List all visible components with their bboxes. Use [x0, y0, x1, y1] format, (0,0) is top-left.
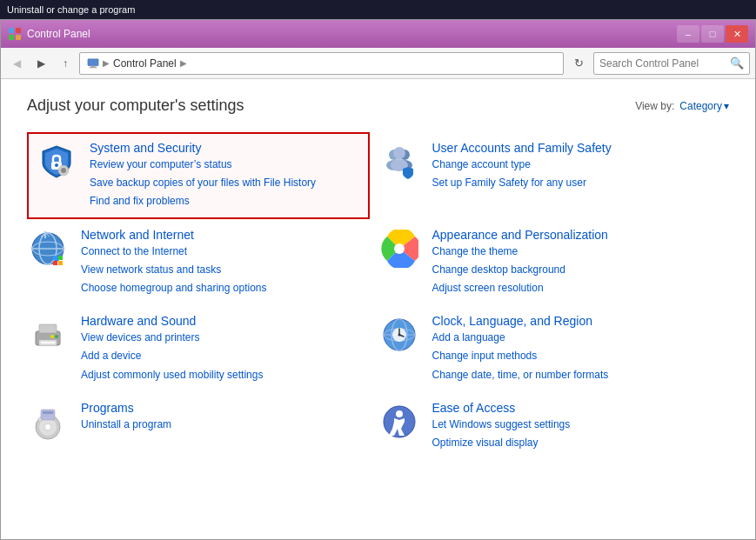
ease-access-icon — [378, 401, 420, 443]
svg-rect-2 — [9, 35, 14, 40]
title-bar-title: Control Panel — [27, 28, 90, 40]
network-icon — [27, 228, 69, 270]
svg-point-46 — [46, 425, 50, 429]
category-network: Network and Internet Connect to the Inte… — [27, 219, 378, 306]
close-button[interactable]: ✕ — [726, 25, 748, 43]
svg-point-28 — [394, 243, 405, 254]
svg-point-8 — [55, 163, 58, 167]
category-appearance: Appearance and Personalization Change th… — [378, 219, 730, 306]
window-icon — [8, 27, 22, 41]
search-box[interactable]: 🔍 — [593, 52, 750, 75]
svg-rect-30 — [39, 324, 57, 333]
svg-point-33 — [55, 335, 58, 338]
viewby-value: Category — [679, 100, 722, 112]
svg-point-34 — [50, 335, 54, 338]
hardware-link-1[interactable]: Add a device — [81, 348, 263, 364]
search-button[interactable]: 🔍 — [730, 57, 744, 70]
programs-icon — [27, 401, 69, 443]
search-input[interactable] — [599, 57, 730, 70]
system-security-link-1[interactable]: Save backup copies of your files with Fi… — [90, 175, 316, 191]
user-accounts-link-1[interactable]: Set up Family Safety for any user — [432, 175, 612, 191]
refresh-button[interactable]: ↻ — [567, 52, 590, 75]
appearance-link-1[interactable]: Change desktop background — [432, 262, 608, 278]
control-panel-window: Control Panel – □ ✕ ◀ ▶ ↑ ▶ Control Pane… — [0, 19, 756, 540]
maximize-button[interactable]: □ — [701, 25, 724, 43]
categories-grid: System and Security Review your computer… — [27, 132, 729, 460]
address-bar: ◀ ▶ ↑ ▶ Control Panel ▶ ↻ 🔍 — [1, 48, 755, 79]
user-accounts-link-0[interactable]: Change account type — [432, 157, 612, 173]
path-arrow-2: ▶ — [180, 58, 187, 68]
hardware-link-2[interactable]: Adjust commonly used mobility settings — [81, 367, 263, 383]
svg-rect-3 — [16, 35, 21, 40]
svg-rect-0 — [9, 28, 14, 33]
ease-access-link-1[interactable]: Optimize visual display — [432, 435, 571, 451]
hardware-name[interactable]: Hardware and Sound — [81, 314, 263, 328]
category-hardware: Hardware and Sound View devices and prin… — [27, 305, 378, 392]
page-title: Adjust your computer's settings — [27, 97, 244, 115]
clock-text: Clock, Language, and Region Add a langua… — [432, 314, 609, 383]
appearance-icon — [378, 228, 420, 270]
svg-rect-21 — [44, 231, 46, 238]
minimize-button[interactable]: – — [677, 25, 699, 43]
main-content: Adjust your computer's settings View by:… — [1, 79, 755, 539]
category-programs: Programs Uninstall a program — [27, 392, 378, 460]
viewby-label: View by: — [635, 100, 674, 112]
ease-access-name[interactable]: Ease of Access — [432, 401, 571, 415]
appearance-name[interactable]: Appearance and Personalization — [432, 228, 608, 242]
network-link-2[interactable]: Choose homegroup and sharing options — [81, 280, 266, 297]
ease-access-link-0[interactable]: Let Windows suggest settings — [432, 417, 571, 433]
category-clock: Clock, Language, and Region Add a langua… — [378, 305, 730, 392]
system-security-link-0[interactable]: Review your computer’s status — [90, 157, 316, 173]
appearance-text: Appearance and Personalization Change th… — [432, 228, 608, 297]
svg-rect-24 — [53, 256, 57, 260]
network-name[interactable]: Network and Internet — [81, 228, 266, 242]
path-segment: Control Panel — [113, 57, 177, 70]
category-user-accounts: User Accounts and Family Safety Change a… — [378, 132, 730, 219]
user-accounts-name[interactable]: User Accounts and Family Safety — [432, 141, 612, 155]
system-security-link-2[interactable]: Find and fix problems — [90, 193, 316, 210]
header-row: Adjust your computer's settings View by:… — [27, 97, 729, 115]
svg-rect-27 — [58, 261, 63, 265]
network-link-1[interactable]: View network status and tasks — [81, 262, 266, 278]
svg-rect-48 — [43, 411, 53, 414]
category-ease-access: Ease of Access Let Windows suggest setti… — [378, 392, 730, 460]
system-security-text: System and Security Review your computer… — [90, 141, 316, 210]
programs-link-0[interactable]: Uninstall a program — [81, 417, 171, 433]
clock-name[interactable]: Clock, Language, and Region — [432, 314, 609, 328]
viewby-dropdown[interactable]: Category ▾ — [679, 100, 729, 112]
svg-rect-5 — [90, 65, 95, 67]
path-arrow-1: ▶ — [103, 58, 110, 68]
system-security-name[interactable]: System and Security — [90, 141, 316, 155]
back-button[interactable]: ◀ — [6, 53, 27, 74]
address-path[interactable]: ▶ Control Panel ▶ — [79, 52, 564, 75]
user-accounts-text: User Accounts and Family Safety Change a… — [432, 141, 612, 191]
hardware-text: Hardware and Sound View devices and prin… — [81, 314, 263, 383]
system-security-icon — [36, 141, 77, 183]
svg-point-10 — [61, 168, 66, 173]
hardware-link-0[interactable]: View devices and printers — [81, 330, 263, 346]
svg-rect-32 — [41, 342, 55, 343]
appearance-link-2[interactable]: Adjust screen resolution — [432, 280, 608, 297]
hardware-icon — [27, 314, 69, 356]
svg-point-51 — [396, 410, 403, 417]
svg-rect-26 — [53, 261, 57, 265]
up-button[interactable]: ↑ — [55, 53, 76, 74]
forward-button[interactable]: ▶ — [30, 53, 51, 74]
network-link-0[interactable]: Connect to the Internet — [81, 243, 266, 260]
title-bar-left: Control Panel — [8, 27, 90, 41]
appearance-link-0[interactable]: Change the theme — [432, 243, 608, 260]
programs-name[interactable]: Programs — [81, 401, 171, 415]
user-accounts-icon — [378, 141, 420, 183]
svg-rect-49 — [43, 415, 50, 417]
svg-rect-6 — [90, 67, 97, 68]
ease-access-text: Ease of Access Let Windows suggest setti… — [432, 401, 571, 451]
svg-point-42 — [398, 334, 400, 337]
path-computer-icon — [87, 57, 99, 70]
clock-link-2[interactable]: Change date, time, or number formats — [432, 367, 609, 383]
clock-link-0[interactable]: Add a language — [432, 330, 609, 346]
clock-icon — [378, 314, 420, 356]
clock-link-1[interactable]: Change input methods — [432, 348, 609, 364]
title-bar: Control Panel – □ ✕ — [1, 20, 755, 48]
svg-point-15 — [393, 147, 405, 159]
view-by: View by: Category ▾ — [635, 100, 729, 112]
